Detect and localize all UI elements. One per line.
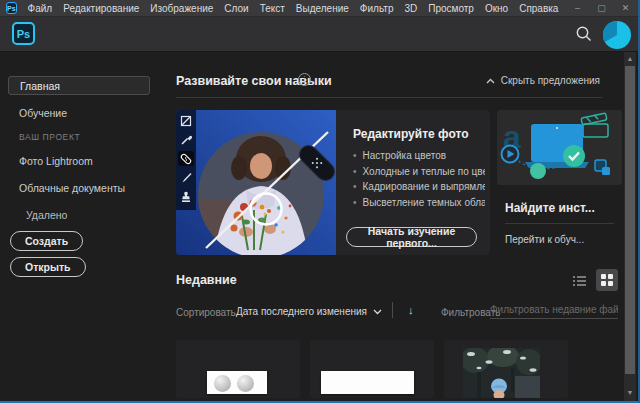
tool-strip (176, 110, 196, 210)
sort-dropdown[interactable]: Дата последнего изменения (236, 306, 382, 317)
window-controls: – ▢ ✕ (565, 0, 637, 16)
start-tutorial-button[interactable]: Начать изучение первого... (346, 227, 477, 247)
sphere-graphic (214, 375, 231, 392)
edit-photo-card[interactable]: Редактируйте фото Настройка цветов Холод… (176, 110, 490, 255)
sidebar-section-label: ВАШ ПРОЕКТ (19, 132, 80, 142)
hide-suggestions-label: Скрыть предложения (501, 75, 600, 86)
photoshop-logo[interactable]: Ps (12, 22, 35, 45)
create-button[interactable]: Создать (10, 231, 83, 251)
sidebar-item-lightroom[interactable]: Фото Lightroom (19, 155, 93, 167)
sphere-graphic (237, 375, 254, 392)
sort-direction-button[interactable]: ↓ (408, 304, 414, 316)
clone-stamp-tool-icon[interactable] (178, 189, 194, 204)
open-button[interactable]: Открыть (10, 257, 86, 277)
menu-3d[interactable]: 3D (400, 3, 421, 14)
section-divider (176, 97, 602, 98)
list-view-button[interactable] (572, 273, 588, 289)
minimize-button[interactable]: – (565, 0, 589, 16)
bullet-item: Холодные и теплые по цвету из... (353, 166, 485, 177)
chevron-down-icon (373, 309, 382, 315)
search-icon[interactable] (574, 24, 594, 44)
bullet-item: Настройка цветов (353, 150, 485, 161)
recent-file-tile[interactable] (444, 340, 568, 398)
bullet-item: Высветление темных областей (353, 197, 485, 208)
menu-help[interactable]: Справка (515, 3, 562, 14)
sidebar: Главная Обучение ВАШ ПРОЕКТ Фото Lightro… (0, 52, 160, 403)
title-bar: Ps Файл Редактирование Изображение Слои … (0, 0, 638, 17)
filter-input[interactable] (490, 301, 618, 319)
menu-select[interactable]: Выделение (292, 3, 353, 14)
menu-image[interactable]: Изображение (146, 3, 217, 14)
sidebar-item-cloud-docs[interactable]: Облачные документы (19, 182, 125, 194)
grid-icon (601, 274, 613, 286)
scroll-up-button[interactable]: ▲ (624, 53, 636, 65)
brush-tool-icon[interactable] (178, 170, 194, 185)
file-thumbnail (321, 371, 414, 394)
bullet-item: Кадрирование и выпрямление... (353, 181, 485, 192)
edit-card-title: Редактируйте фото (353, 127, 485, 141)
avatar[interactable] (603, 21, 631, 49)
sidebar-item-home[interactable]: Главная (8, 76, 150, 95)
sidebar-item-deleted[interactable]: Удалено (26, 209, 67, 221)
tools-card-title: Найдите инст... (505, 201, 595, 215)
tools-card-divider (505, 223, 614, 224)
hide-suggestions-link[interactable]: Скрыть предложения (486, 75, 600, 86)
recent-file-tile[interactable] (310, 340, 434, 398)
scroll-thumb[interactable] (625, 66, 635, 374)
edit-card-bullets: Настройка цветов Холодные и теплые по цв… (353, 150, 485, 208)
menu-file[interactable]: Файл (24, 3, 57, 14)
scroll-down-button[interactable]: ▼ (624, 387, 636, 399)
recent-section-title: Недавние (176, 273, 237, 287)
grid-view-button[interactable] (596, 269, 618, 291)
menu-type[interactable]: Текст (256, 3, 289, 14)
menu-view[interactable]: Просмотр (424, 3, 478, 14)
eyedropper-tool-icon[interactable] (178, 132, 194, 147)
crop-tool-icon[interactable] (178, 113, 194, 128)
photoshop-window: Ps Файл Редактирование Изображение Слои … (0, 0, 640, 403)
menu-layers[interactable]: Слои (220, 3, 252, 14)
menu-window[interactable]: Окно (481, 3, 512, 14)
close-button[interactable]: ✕ (613, 0, 637, 16)
sidebar-item-learn[interactable]: Обучение (19, 107, 67, 119)
menu-filter[interactable]: Фильтр (356, 3, 398, 14)
scrollbar[interactable]: ▲ ▼ (624, 52, 636, 401)
file-thumbnail (463, 348, 540, 398)
find-tools-card[interactable]: a (497, 110, 622, 255)
info-icon[interactable]: i (298, 73, 311, 86)
sort-dropdown-value: Дата последнего изменения (236, 306, 367, 317)
tools-illustration: a (497, 110, 622, 185)
sort-label: Сортировать (176, 307, 236, 318)
maximize-button[interactable]: ▢ (589, 0, 613, 16)
recent-file-tile[interactable] (176, 340, 300, 398)
sort-divider (392, 302, 393, 318)
tutorial-photo (176, 110, 336, 255)
menu-edit[interactable]: Редактирование (59, 3, 143, 14)
edit-card-text: Редактируйте фото Настройка цветов Холод… (336, 110, 490, 255)
healing-brush-tool-icon[interactable] (178, 151, 194, 166)
go-to-learn-link[interactable]: Перейти к обуч... (505, 234, 584, 245)
ps-mini-icon: Ps (6, 2, 17, 14)
app-bar: Ps (0, 17, 638, 52)
chevron-up-icon (486, 78, 495, 84)
main-content: Развивайте свои навыки i Скрыть предложе… (160, 52, 624, 403)
